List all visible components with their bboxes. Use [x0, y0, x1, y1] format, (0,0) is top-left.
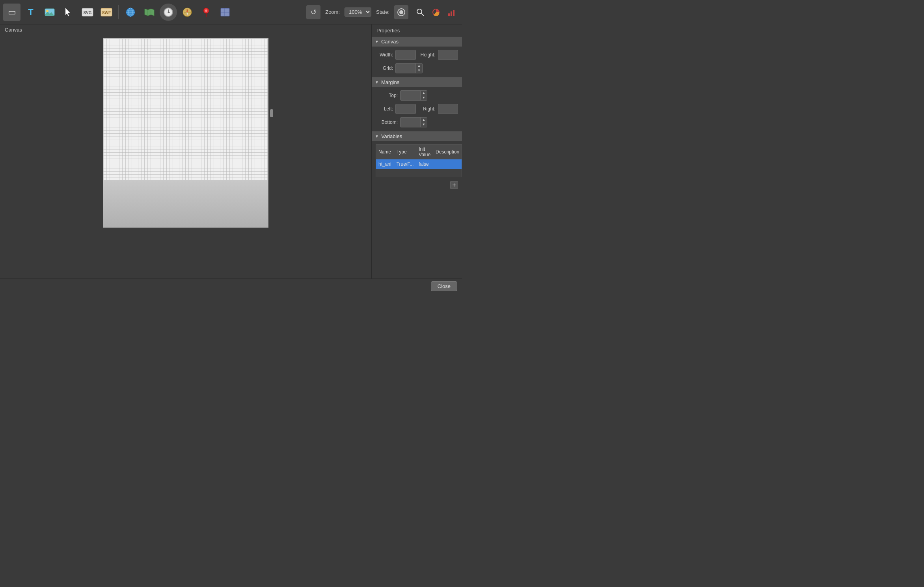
canvas-section-title-bar[interactable]: ▼ Canvas [372, 37, 462, 47]
height-input[interactable]: 480 [438, 51, 458, 58]
var-name-0: ht_ani [376, 159, 394, 169]
top-label: Top: [376, 93, 398, 98]
bottom-up-btn[interactable]: ▲ [421, 118, 427, 122]
bottom-spinner[interactable]: 0 ▲ ▼ [400, 117, 427, 127]
variables-table: Name Type Init Value Description ht_ani … [376, 144, 462, 177]
svg-point-18 [168, 11, 169, 13]
swf-tool[interactable]: SWF [98, 4, 115, 21]
left-input[interactable]: 0 [396, 105, 415, 112]
variables-section-title-bar[interactable]: ▼ Variables [372, 131, 462, 141]
left-label: Left: [376, 106, 393, 112]
bottom-down-btn[interactable]: ▼ [421, 122, 427, 127]
svg-rect-37 [453, 10, 455, 16]
svg-line-33 [421, 13, 424, 16]
map2-tool[interactable] [216, 4, 234, 21]
top-spinner[interactable]: 0 ▲ ▼ [400, 90, 427, 101]
svg-rect-36 [451, 11, 452, 16]
top-up-btn[interactable]: ▲ [421, 91, 427, 95]
svg-marker-13 [145, 9, 154, 16]
canvas-section-title: Canvas [381, 39, 399, 45]
margins-section-title-bar[interactable]: ▼ Margins [372, 77, 462, 87]
margins-section-title: Margins [381, 79, 399, 85]
right-spinner[interactable]: 0 ▲ ▼ [438, 104, 458, 114]
height-spinner[interactable]: 480 ▲ ▼ [438, 50, 458, 60]
toolbar-sep-1 [118, 5, 119, 19]
top-input[interactable]: 0 [401, 92, 420, 99]
margins-section: ▼ Margins Top: 0 ▲ ▼ Left: [372, 77, 462, 131]
compass-tool[interactable]: N [179, 4, 196, 21]
col-type: Type [394, 145, 416, 159]
toolbar-right-icons [413, 5, 459, 19]
col-name: Name [376, 145, 394, 159]
height-spinner-btns: ▲ ▼ [458, 50, 458, 60]
grid-up-btn[interactable]: ▲ [416, 64, 422, 68]
col-desc: Description [433, 145, 462, 159]
canvas-scroll-indicator[interactable] [270, 109, 273, 117]
svg-point-31 [399, 10, 403, 14]
width-label: Width: [376, 52, 393, 58]
top-spinner-btns: ▲ ▼ [420, 91, 427, 100]
left-spinner[interactable]: 0 ▲ ▼ [395, 104, 416, 114]
pie-chart-icon-btn[interactable] [429, 5, 443, 19]
state-label: State: [376, 9, 389, 15]
svg-rect-35 [448, 13, 450, 16]
search-icon-btn[interactable] [413, 5, 427, 19]
variables-section: ▼ Variables Name Type Init Value Descrip… [372, 131, 462, 193]
left-spinner-btns: ▲ ▼ [415, 104, 416, 114]
height-label: Height: [418, 52, 436, 58]
right-input[interactable]: 0 [438, 105, 458, 112]
globe-tool[interactable] [122, 4, 139, 21]
pin-tool[interactable] [197, 4, 215, 21]
canvas-section: ▼ Canvas Width: 640 ▲ ▼ Height: 480 [372, 37, 462, 77]
undo-button[interactable]: ↺ [306, 5, 320, 19]
width-input[interactable]: 640 [396, 51, 415, 58]
margins-section-arrow: ▼ [375, 80, 379, 84]
svg-point-1 [46, 10, 48, 12]
canvas-wrapper[interactable] [0, 35, 371, 279]
canvas-shadow [103, 180, 268, 228]
zoom-label: Zoom: [325, 9, 340, 15]
bar-chart-icon-btn[interactable] [445, 5, 459, 19]
top-down-btn[interactable]: ▼ [421, 95, 427, 100]
text-tool[interactable]: T [22, 4, 39, 21]
right-spinner-btns: ▲ ▼ [458, 104, 458, 114]
variables-section-title: Variables [381, 133, 402, 139]
var-desc-0 [433, 159, 462, 169]
canvas-section-arrow: ▼ [375, 39, 379, 44]
close-button[interactable]: Close [431, 281, 457, 291]
var-init-0: false [416, 159, 433, 169]
svg-text:SVG: SVG [83, 11, 91, 15]
var-init-1 [416, 169, 433, 177]
add-variable-button[interactable]: + [450, 181, 458, 189]
map-tool[interactable] [141, 4, 158, 21]
canvas-grid[interactable] [103, 38, 268, 180]
state-icon[interactable] [394, 5, 408, 19]
image-tool[interactable] [41, 4, 58, 21]
bottom-label: Bottom: [376, 120, 398, 125]
canvas-container [103, 38, 268, 228]
svg-text:SWF: SWF [102, 11, 111, 15]
svg-point-26 [205, 9, 207, 12]
svg-tool[interactable]: SVG [79, 4, 96, 21]
select-tool[interactable] [60, 4, 77, 21]
right-label: Right: [418, 106, 436, 112]
grid-input[interactable]: 1 [396, 65, 415, 72]
margins-section-body: Top: 0 ▲ ▼ Left: 0 ▲ [372, 87, 462, 131]
var-type-1 [394, 169, 416, 177]
white-rectangle-tool[interactable]: ▭ [3, 4, 20, 21]
width-spinner[interactable]: 640 ▲ ▼ [395, 50, 416, 60]
zoom-select[interactable]: 100% 50% 75% 150% 200% [345, 7, 371, 17]
grid-down-btn[interactable]: ▼ [416, 68, 422, 73]
canvas-section-body: Width: 640 ▲ ▼ Height: 480 ▲ ▼ [372, 47, 462, 77]
clock-tool[interactable] [160, 4, 177, 21]
grid-spinner[interactable]: 1 ▲ ▼ [395, 63, 423, 73]
variables-footer: + [376, 180, 458, 190]
canvas-width-row: Width: 640 ▲ ▼ Height: 480 ▲ ▼ [376, 50, 458, 60]
variable-row-1[interactable] [376, 169, 462, 177]
bottom-spinner-btns: ▲ ▼ [420, 118, 427, 127]
variables-section-arrow: ▼ [375, 134, 379, 138]
bottom-input[interactable]: 0 [401, 119, 420, 126]
variable-row-0[interactable]: ht_ani True/F... false ✕ [376, 159, 462, 169]
canvas-area: Canvas [0, 24, 371, 279]
grid-spinner-btns: ▲ ▼ [415, 64, 422, 73]
